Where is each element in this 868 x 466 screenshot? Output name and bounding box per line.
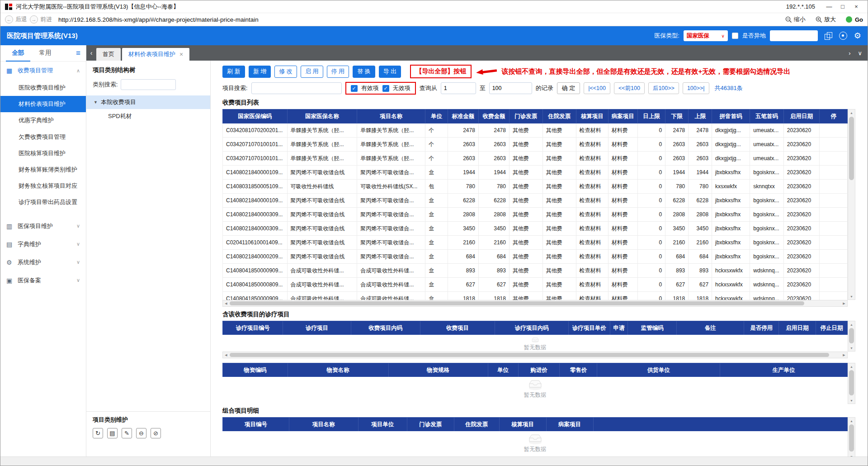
- tabs-scroll-right-icon[interactable]: ›: [849, 50, 850, 57]
- sidebar-section-dict-maintain[interactable]: ▤ 字典维护 ∨: [0, 235, 86, 253]
- table-row[interactable]: C1408031850005109...可吸收性外科缝线可吸收性外科缝线(SX.…: [223, 180, 848, 194]
- sidebar-tab-common[interactable]: 常用: [33, 45, 57, 62]
- column-header[interactable]: 停: [820, 109, 848, 124]
- eye-icon[interactable]: [839, 32, 847, 40]
- scroll-left-arrow-icon[interactable]: ◀: [223, 353, 229, 357]
- scroll-left-arrow-icon[interactable]: ◀: [223, 302, 229, 305]
- scrollbar-thumb[interactable]: [849, 370, 854, 395]
- enable-button[interactable]: 启 用: [301, 66, 323, 78]
- table-row[interactable]: C1408041850000809...合成可吸收性外科缝...合成可吸收性外科…: [223, 278, 848, 292]
- column-header[interactable]: 诊疗项目内码: [495, 321, 569, 335]
- sidebar-item-material-price-maintain[interactable]: 材料价表项目维护: [0, 96, 86, 112]
- range-from-input[interactable]: [441, 82, 476, 94]
- column-header[interactable]: 生产单位: [720, 363, 848, 377]
- scroll-up-arrow-icon[interactable]: ▲: [850, 321, 853, 328]
- edit-icon[interactable]: ✎: [122, 428, 132, 438]
- insurance-type-select[interactable]: 国家医保 ∨: [684, 30, 728, 41]
- column-header[interactable]: 住院发票: [542, 109, 576, 124]
- zoom-out-button[interactable]: 缩小: [785, 15, 806, 24]
- column-header[interactable]: 项目名称: [289, 418, 358, 432]
- close-tab-icon[interactable]: ×: [179, 51, 183, 58]
- scroll-right-arrow-icon[interactable]: ▶: [841, 302, 847, 305]
- replace-button[interactable]: 替 换: [353, 66, 375, 78]
- tabs-menu-icon[interactable]: ∨: [858, 50, 862, 57]
- column-header[interactable]: 项目名称: [357, 109, 425, 124]
- sidebar-item-finance-ledger-category[interactable]: 财务核算账簿类别维护: [0, 162, 86, 178]
- settings-gear-icon[interactable]: ⚙: [854, 32, 861, 40]
- column-header[interactable]: 五笔首码: [750, 109, 784, 124]
- horizontal-scrollbar[interactable]: ◀ ▶: [222, 300, 848, 307]
- sidebar-item-hospital-charge-maintain[interactable]: 医院收费项目维护: [0, 80, 86, 96]
- vertical-scrollbar[interactable]: ▲ ▼: [848, 321, 855, 352]
- refresh-button[interactable]: 刷 新: [222, 66, 245, 78]
- column-header[interactable]: 国家医保编码: [223, 109, 288, 124]
- column-header[interactable]: 门诊发票: [407, 418, 454, 432]
- column-header[interactable]: 物资名称: [288, 363, 388, 377]
- column-header[interactable]: 诊疗项目编号: [223, 321, 283, 335]
- sidebar-section-insurance-record[interactable]: ▣ 医保备案 ∨: [0, 271, 86, 290]
- column-header[interactable]: 核算项目: [576, 109, 608, 124]
- column-header[interactable]: 收费项目: [420, 321, 495, 335]
- refresh-icon[interactable]: ↻: [93, 428, 103, 438]
- column-header[interactable]: 病案项目: [546, 418, 593, 432]
- table-row[interactable]: C0204110610001409...聚丙烯不可吸收缝合线聚丙烯不可吸收缝合.…: [223, 236, 848, 250]
- column-header[interactable]: 单位: [425, 109, 448, 124]
- sidebar-section-system-maintain[interactable]: ⚙ 系统维护 ∨: [0, 253, 86, 271]
- minimize-button[interactable]: —: [822, 3, 836, 10]
- table-row[interactable]: C1408021840000109...聚丙烯不可吸收缝合线聚丙烯不可吸收缝合.…: [223, 194, 848, 208]
- column-header[interactable]: 购进价: [518, 363, 560, 377]
- pager-first-button[interactable]: |<<100: [584, 82, 610, 94]
- column-header[interactable]: 物资编码: [223, 363, 288, 377]
- pager-prev-button[interactable]: <<前100: [614, 82, 645, 94]
- forward-button[interactable]: → 前进: [30, 15, 52, 24]
- column-header[interactable]: 监管编码: [628, 321, 677, 335]
- column-header[interactable]: 收费项目内码: [351, 321, 420, 335]
- scroll-up-arrow-icon[interactable]: ▲: [850, 109, 853, 116]
- column-header[interactable]: 供货单位: [597, 363, 720, 377]
- invalid-checkbox[interactable]: ✓: [382, 85, 389, 92]
- column-header[interactable]: 标准金额: [448, 109, 478, 124]
- zoom-in-button[interactable]: 放大: [816, 15, 836, 24]
- column-header[interactable]: 停止日期: [816, 321, 848, 335]
- export-button[interactable]: 导 出: [379, 66, 401, 78]
- valid-checkbox[interactable]: ✓: [351, 85, 358, 92]
- copy-icon[interactable]: [825, 32, 832, 40]
- column-header[interactable]: 门诊发票: [509, 109, 542, 124]
- disable-button[interactable]: 停 用: [327, 66, 349, 78]
- new-doc-icon[interactable]: ▤: [107, 428, 118, 438]
- table-row[interactable]: C1408021840000309...聚丙烯不可吸收缝合线聚丙烯不可吸收缝合.…: [223, 208, 848, 222]
- maximize-button[interactable]: □: [836, 3, 849, 10]
- column-header[interactable]: 下限: [665, 109, 689, 124]
- column-header[interactable]: 上限: [689, 109, 712, 124]
- scrollbar-thumb[interactable]: [849, 328, 854, 343]
- add-button[interactable]: 新 增: [249, 66, 271, 78]
- column-header[interactable]: 诊疗项目单价: [568, 321, 610, 335]
- sidebar-item-discount-dict-maintain[interactable]: 优惠字典维护: [0, 112, 86, 128]
- table-row[interactable]: C0342081070200201...单髁膝关节系统（胫...单髁膝关节系统（…: [223, 124, 848, 138]
- modify-button[interactable]: 修 改: [274, 66, 297, 78]
- column-header[interactable]: 住院发票: [454, 418, 499, 432]
- column-header[interactable]: 启用日期: [778, 321, 816, 335]
- column-header[interactable]: 是否停用: [744, 321, 778, 335]
- scroll-up-arrow-icon[interactable]: ▲: [850, 418, 853, 424]
- range-to-input[interactable]: [489, 82, 532, 94]
- scroll-down-arrow-icon[interactable]: ▼: [850, 397, 853, 404]
- column-header[interactable]: 诊疗项目: [283, 321, 351, 335]
- column-header[interactable]: 项目编号: [223, 418, 289, 432]
- table-row[interactable]: C1408021840000209...聚丙烯不可吸收缝合线聚丙烯不可吸收缝合.…: [223, 250, 848, 264]
- scrollbar-thumb[interactable]: [849, 424, 854, 452]
- sidebar-item-arrears-charge-management[interactable]: 欠费收费项目管理: [0, 129, 86, 145]
- table-row[interactable]: C0342071070100101...单髁膝关节系统（胫...单髁膝关节系统（…: [223, 138, 848, 152]
- disable-icon[interactable]: ⊘: [151, 428, 161, 438]
- table-row[interactable]: C1408021840000109...聚丙烯不可吸收缝合线聚丙烯不可吸收缝合.…: [223, 166, 848, 180]
- sidebar-item-clinic-drug-setting[interactable]: 诊疗项目带出药品设置: [0, 194, 86, 210]
- close-button[interactable]: ×: [849, 3, 863, 10]
- url-text[interactable]: http://192.168.5.208/his-xmgl/app/#/char…: [58, 16, 259, 23]
- scroll-right-arrow-icon[interactable]: ▶: [841, 353, 847, 357]
- tree-expanded-icon[interactable]: ▼: [94, 100, 98, 105]
- collapse-panel-button[interactable]: ‹: [86, 45, 96, 61]
- tree-node-spd[interactable]: SPD耗材: [86, 109, 210, 124]
- go-button[interactable]: Go: [846, 16, 863, 23]
- remote-checkbox[interactable]: [732, 33, 738, 39]
- table-row[interactable]: C0342071070100101...单髁膝关节系统（胫...单髁膝关节系统（…: [223, 152, 848, 166]
